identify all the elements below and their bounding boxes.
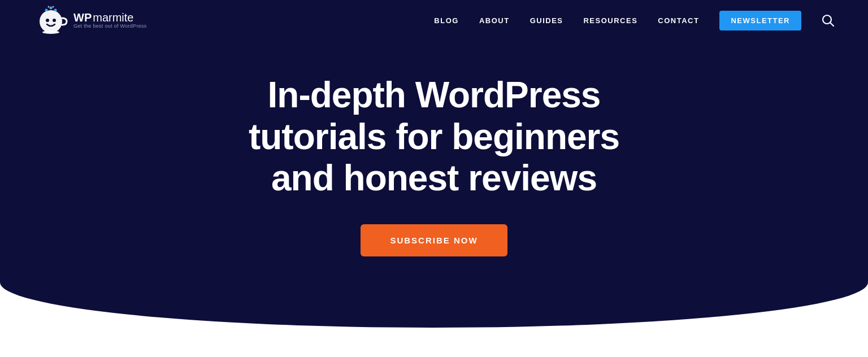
logo-icon (34, 3, 68, 37)
svg-point-7 (53, 6, 54, 8)
svg-point-4 (50, 7, 53, 10)
svg-point-2 (53, 19, 56, 22)
logo-text-group: WP marmite Get the best out of WordPress (73, 11, 147, 29)
subscribe-button[interactable]: SUBSCRIBE NOW (361, 224, 507, 256)
page-wrapper: WP marmite Get the best out of WordPress… (0, 0, 868, 357)
hero-title-line2: tutorials for beginners (249, 116, 619, 157)
svg-line-10 (831, 23, 834, 27)
svg-point-8 (42, 31, 59, 34)
main-nav: BLOG ABOUT GUIDES RESOURCES CONTACT NEWS… (434, 11, 834, 31)
svg-point-5 (54, 9, 57, 12)
logo-tagline: Get the best out of WordPress (73, 24, 147, 29)
svg-point-3 (45, 9, 48, 12)
nav-resources[interactable]: RESOURCES (583, 16, 637, 25)
nav-about[interactable]: ABOUT (479, 16, 510, 25)
site-header: WP marmite Get the best out of WordPress… (0, 0, 868, 41)
hero-section: In-depth WordPress tutorials for beginne… (0, 41, 868, 302)
svg-point-6 (48, 6, 50, 8)
search-icon (822, 14, 834, 27)
nav-contact[interactable]: CONTACT (658, 16, 699, 25)
nav-blog[interactable]: BLOG (434, 16, 459, 25)
hero-title: In-depth WordPress tutorials for beginne… (249, 75, 619, 199)
logo-wp: WP (73, 11, 92, 24)
logo-marmite: marmite (93, 11, 133, 24)
hero-title-line3: and honest reviews (271, 158, 597, 198)
svg-point-0 (40, 10, 62, 33)
logo-name-line: WP marmite (73, 11, 147, 24)
svg-point-1 (46, 19, 49, 22)
hero-title-line1: In-depth WordPress (268, 75, 601, 115)
nav-guides[interactable]: GUIDES (530, 16, 563, 25)
site-logo[interactable]: WP marmite Get the best out of WordPress (34, 3, 147, 37)
newsletter-button[interactable]: NEWSLETTER (719, 11, 801, 31)
search-button[interactable] (822, 14, 834, 27)
